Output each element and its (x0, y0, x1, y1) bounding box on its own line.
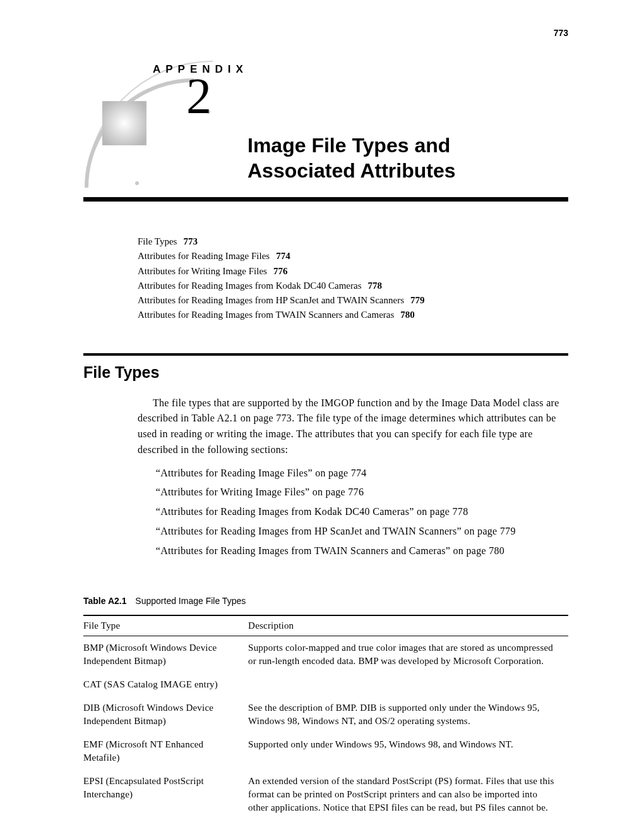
toc-entry: File Types773 (138, 234, 568, 249)
appendix-number: 2 (186, 71, 212, 121)
toc-title: File Types (138, 236, 177, 246)
table-row: EPSI (Encapsulated PostScript Interchang… (83, 770, 568, 819)
table-header-row: File Type Description (83, 615, 568, 636)
reference-list: “Attributes for Reading Image Files” on … (156, 464, 568, 560)
toc-page: 780 (400, 310, 415, 320)
reference-item: “Attributes for Reading Image Files” on … (156, 464, 568, 483)
document-page: 773 APPENDIX 2 Image File Types and Asso… (0, 0, 644, 834)
table-row: BMP (Microsoft Windows Device Independen… (83, 636, 568, 673)
toc-entry: Attributes for Reading Images from Kodak… (138, 279, 568, 293)
table-caption: Table A2.1 Supported Image File Types (83, 596, 568, 606)
toc-title: Attributes for Reading Images from HP Sc… (138, 295, 404, 305)
toc-page: 779 (410, 295, 425, 305)
chapter-title-line1: Image File Types and (247, 134, 450, 157)
cell-file-type: EPSI (Encapsulated PostScript Interchang… (83, 770, 248, 819)
toc-page: 776 (273, 266, 288, 276)
svg-point-0 (135, 181, 139, 185)
section-rule (83, 353, 568, 356)
toc-title: Attributes for Reading Images from Kodak… (138, 281, 362, 291)
cell-file-type: EMF (Microsoft NT Enhanced Metafile) (83, 733, 248, 770)
cell-file-type: BMP (Microsoft Windows Device Independen… (83, 636, 248, 673)
file-types-table: File Type Description BMP (Microsoft Win… (83, 615, 568, 819)
reference-item: “Attributes for Reading Images from HP S… (156, 523, 568, 541)
table-row: CAT (SAS Catalog IMAGE entry) (83, 673, 568, 696)
reference-item: “Attributes for Writing Image Files” on … (156, 483, 568, 502)
toc-page: 773 (183, 236, 198, 246)
toc-page: 778 (368, 281, 383, 291)
chapter-header: APPENDIX 2 Image File Types and Associat… (83, 58, 568, 197)
header-rule (83, 197, 568, 202)
cell-description: Supports color-mapped and true color ima… (248, 636, 568, 673)
table-caption-label: Table A2.1 (83, 596, 126, 606)
toc-title: Attributes for Reading Images from TWAIN… (138, 310, 394, 320)
toc-title: Attributes for Reading Image Files (138, 251, 270, 261)
page-number: 773 (554, 28, 568, 38)
appendix-ornament-graphic (83, 58, 241, 191)
toc-title: Attributes for Writing Image Files (138, 266, 267, 276)
cell-file-type: CAT (SAS Catalog IMAGE entry) (83, 673, 248, 696)
reference-item: “Attributes for Reading Images from TWAI… (156, 542, 568, 560)
reference-item: “Attributes for Reading Images from Koda… (156, 503, 568, 521)
toc-entry: Attributes for Reading Images from HP Sc… (138, 293, 568, 308)
section-body: The file types that are supported by the… (138, 396, 568, 560)
toc-entry: Attributes for Reading Images from TWAIN… (138, 308, 568, 322)
table-header-file-type: File Type (83, 615, 248, 636)
chapter-title-line2: Associated Attributes (247, 159, 456, 182)
cell-file-type: DIB (Microsoft Windows Device Independen… (83, 696, 248, 733)
toc-page: 774 (276, 251, 290, 261)
cell-description: See the description of BMP. DIB is suppo… (248, 696, 568, 733)
cell-description: Supported only under Windows 95, Windows… (248, 733, 568, 770)
toc-entry: Attributes for Reading Image Files774 (138, 249, 568, 263)
cell-description (248, 673, 568, 696)
table-header-description: Description (248, 615, 568, 636)
toc-entry: Attributes for Writing Image Files776 (138, 264, 568, 279)
table-caption-text: Supported Image File Types (135, 596, 246, 606)
table-of-contents: File Types773 Attributes for Reading Ima… (138, 234, 568, 323)
table-row: EMF (Microsoft NT Enhanced Metafile) Sup… (83, 733, 568, 770)
cell-description: An extended version of the standard Post… (248, 770, 568, 819)
section-heading-file-types: File Types (83, 363, 568, 382)
svg-rect-2 (102, 101, 146, 145)
chapter-title: Image File Types and Associated Attribut… (247, 133, 456, 183)
section-paragraph: The file types that are supported by the… (138, 396, 568, 458)
table-row: DIB (Microsoft Windows Device Independen… (83, 696, 568, 733)
